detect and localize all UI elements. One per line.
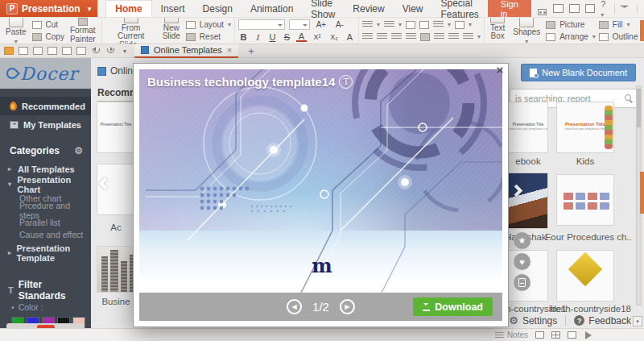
redo-icon[interactable]	[105, 47, 115, 55]
align-center-icon[interactable]	[377, 33, 387, 40]
collection-icon[interactable]	[514, 274, 530, 291]
normal-view-icon[interactable]	[535, 331, 544, 339]
distribute-icon[interactable]	[420, 33, 430, 41]
outline-button[interactable]: Outline▾	[599, 32, 644, 42]
align-right-icon[interactable]	[391, 33, 402, 40]
clear-format-button[interactable]: A	[345, 32, 355, 42]
align-left-icon[interactable]	[362, 33, 373, 40]
tab-animation[interactable]: Animation	[242, 0, 302, 17]
links-bar-dropdown[interactable]: ▾	[633, 316, 642, 326]
increase-indent-icon[interactable]	[419, 21, 429, 29]
new-slide-button[interactable]: New Slide ▾	[160, 18, 183, 44]
fill-button[interactable]: Fill▾	[599, 20, 644, 30]
cart-icon[interactable]	[538, 4, 548, 13]
columns-icon[interactable]	[455, 21, 464, 29]
search-icon[interactable]	[625, 94, 631, 101]
sidebar-item-my-templates[interactable]: My Templates	[0, 115, 91, 134]
ribbon-expand-strip[interactable]	[640, 20, 644, 41]
from-current-slide-button[interactable]: From Current Slide ▾	[105, 18, 157, 44]
prev-page-button[interactable]: ◀	[287, 299, 302, 314]
template-card[interactable]: Presentation Title	[97, 102, 135, 153]
settings-link[interactable]: ⚙ Settings	[509, 314, 557, 326]
shrink-font-button[interactable]: A-	[332, 20, 347, 29]
numbering-icon[interactable]	[384, 21, 394, 28]
tab-insert[interactable]: Insert	[152, 0, 194, 17]
bullets-icon[interactable]	[362, 21, 373, 28]
subcategory-cause-effect[interactable]: Cause and effect	[0, 228, 91, 240]
paste-button[interactable]: Paste ▾	[3, 18, 29, 44]
sidebar-item-recommended[interactable]: Recommended	[0, 97, 91, 115]
find-quick-icon[interactable]	[76, 47, 86, 55]
line-spacing-icon[interactable]	[433, 21, 444, 28]
superscript-button[interactable]: X²	[311, 33, 324, 41]
sign-in-button[interactable]: Sign in	[488, 0, 531, 17]
layout-button[interactable]: Layout▾	[186, 20, 231, 30]
template-card[interactable]	[97, 164, 135, 215]
tab-slide-show[interactable]: Slide Show	[302, 0, 344, 17]
indent-right-icon[interactable]	[448, 33, 459, 40]
underline-button[interactable]: U	[267, 32, 278, 42]
app-menu-dropdown-icon[interactable]: ▾	[88, 5, 92, 13]
tab-special-features[interactable]: Special Features	[431, 0, 487, 17]
new-tab-button[interactable]: +	[243, 45, 259, 57]
tab-review[interactable]: Review	[344, 0, 393, 17]
strikethrough-button[interactable]: S	[282, 32, 292, 42]
scrollbar-thumb[interactable]	[637, 89, 641, 127]
font-size-select[interactable]	[289, 19, 310, 30]
notes-button[interactable]: Notes	[495, 331, 528, 339]
justify-icon[interactable]	[406, 33, 416, 40]
new-blank-document-button[interactable]: New Blank Document	[521, 64, 636, 81]
tab-view[interactable]: View	[394, 0, 432, 17]
feedback-link[interactable]: ? Feedback	[574, 315, 631, 326]
text-direction-icon[interactable]	[463, 33, 473, 40]
download-template-button[interactable]: Download	[413, 297, 493, 316]
template-card-kids[interactable]: Presentation Title www.free-ppt-template…	[556, 102, 614, 153]
app-menu-button[interactable]: P Presentation ▾	[0, 0, 97, 17]
reading-view-icon[interactable]	[568, 331, 576, 339]
template-card-ebook[interactable]: Presentation Title www.free-ppt-template…	[508, 102, 548, 153]
arrange-button[interactable]: Arrange▾	[546, 32, 596, 42]
decrease-indent-icon[interactable]	[406, 21, 415, 29]
font-color-button[interactable]: A	[296, 32, 307, 42]
close-tab-icon[interactable]: ×	[227, 45, 232, 55]
premium-icon[interactable]	[585, 4, 596, 13]
text-box-button[interactable]: Text Box ▾	[488, 18, 507, 44]
italic-button[interactable]: I	[253, 32, 263, 42]
indent-left-icon[interactable]	[434, 33, 444, 40]
close-dialog-icon[interactable]: ×	[493, 64, 506, 77]
like-heart-icon[interactable]: ♥	[514, 253, 530, 270]
subscript-button[interactable]: X₂	[328, 33, 341, 41]
open-icon[interactable]	[4, 47, 14, 55]
shapes-button[interactable]: Shapes ▾	[510, 18, 543, 44]
template-card-countryside18[interactable]	[556, 250, 614, 301]
template-card-four-procedures[interactable]	[556, 174, 614, 226]
document-tab-online-templates[interactable]: Online Templates ×	[134, 44, 238, 58]
slideshow-play-icon[interactable]	[585, 331, 596, 339]
export-icon[interactable]	[33, 47, 43, 55]
docer-doc-icon[interactable]	[553, 4, 564, 13]
slide-sorter-view-icon[interactable]	[551, 331, 560, 339]
category-presentation-chart[interactable]: ▾ Presentation Chart	[0, 177, 91, 192]
tab-design[interactable]: Design	[194, 0, 242, 17]
picture-button[interactable]: Picture	[546, 20, 596, 30]
category-presentation-template[interactable]: ▸ Presentation Template	[0, 245, 91, 260]
template-card[interactable]	[97, 246, 135, 293]
picture-doc-icon[interactable]	[569, 4, 580, 13]
save-icon[interactable]	[19, 47, 28, 55]
template-card-handshake[interactable]	[508, 173, 548, 229]
collapsed-panel-strip[interactable]	[640, 172, 644, 214]
gear-icon[interactable]: ⚙	[74, 145, 83, 156]
favorite-star-icon[interactable]: ★	[514, 232, 530, 249]
next-page-button[interactable]: ▶	[340, 299, 355, 314]
print-preview-icon[interactable]	[62, 47, 72, 55]
subcategory-procedure-steps[interactable]: Prcedure and steps	[0, 204, 91, 216]
font-family-select[interactable]	[238, 19, 285, 30]
copy-button[interactable]: Copy	[32, 32, 64, 42]
cut-button[interactable]: Cut	[32, 20, 64, 30]
collapse-ribbon-icon[interactable]: ⌃	[621, 6, 632, 12]
format-painter-button[interactable]: Format Painter	[68, 18, 98, 44]
print-icon[interactable]	[47, 47, 57, 55]
docer-logo[interactable]: Docer	[0, 58, 91, 89]
reset-button[interactable]: Reset	[186, 32, 231, 42]
qat-customize-dropdown-icon[interactable]: ▾	[123, 48, 126, 55]
